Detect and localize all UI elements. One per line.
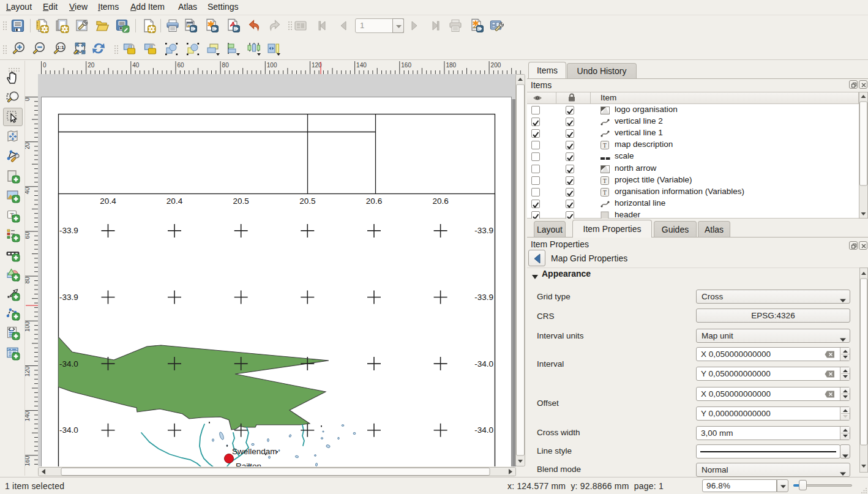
svg-text:-33.9: -33.9 bbox=[474, 293, 493, 302]
svg-text:Swellendam: Swellendam bbox=[232, 447, 277, 456]
svg-text:-33.9: -33.9 bbox=[59, 226, 78, 235]
svg-text:100: 100 bbox=[267, 62, 277, 69]
svg-text:60: 60 bbox=[178, 62, 185, 69]
svg-text:20.5: 20.5 bbox=[233, 196, 249, 206]
svg-text:-34.0: -34.0 bbox=[59, 425, 78, 435]
svg-text:200: 200 bbox=[491, 62, 501, 69]
svg-text:80: 80 bbox=[25, 277, 31, 284]
svg-text:40: 40 bbox=[25, 187, 31, 194]
svg-text:20.5: 20.5 bbox=[299, 196, 315, 206]
svg-text:1:1: 1:1 bbox=[57, 45, 64, 50]
svg-text:120: 120 bbox=[25, 366, 31, 376]
svg-text:20.4: 20.4 bbox=[166, 196, 183, 206]
svg-text:160: 160 bbox=[401, 62, 411, 69]
svg-text:160: 160 bbox=[25, 455, 31, 466]
svg-text:T: T bbox=[603, 178, 607, 184]
svg-text:20: 20 bbox=[88, 62, 95, 69]
svg-text:Railton: Railton bbox=[236, 462, 261, 466]
svg-text:-34.0: -34.0 bbox=[474, 359, 493, 369]
svg-text:20: 20 bbox=[25, 142, 31, 149]
svg-text:20.6: 20.6 bbox=[366, 196, 382, 206]
svg-text:-33.9: -33.9 bbox=[474, 226, 493, 235]
svg-text:-34.0: -34.0 bbox=[59, 359, 78, 369]
svg-text:20.6: 20.6 bbox=[432, 196, 448, 206]
svg-text:40: 40 bbox=[132, 62, 140, 69]
svg-text:T: T bbox=[603, 189, 607, 195]
svg-text:20.4: 20.4 bbox=[100, 196, 116, 206]
svg-text:-33.9: -33.9 bbox=[59, 293, 78, 302]
svg-text:180: 180 bbox=[446, 62, 456, 69]
svg-text:140: 140 bbox=[25, 411, 31, 421]
svg-text:T: T bbox=[603, 143, 607, 149]
svg-text:-34.0: -34.0 bbox=[474, 425, 493, 435]
svg-text:140: 140 bbox=[356, 62, 367, 69]
svg-text:80: 80 bbox=[222, 62, 230, 69]
svg-text:60: 60 bbox=[25, 232, 31, 239]
svg-text:0: 0 bbox=[25, 97, 31, 101]
svg-text:0: 0 bbox=[43, 62, 47, 69]
svg-text:100: 100 bbox=[25, 321, 31, 332]
